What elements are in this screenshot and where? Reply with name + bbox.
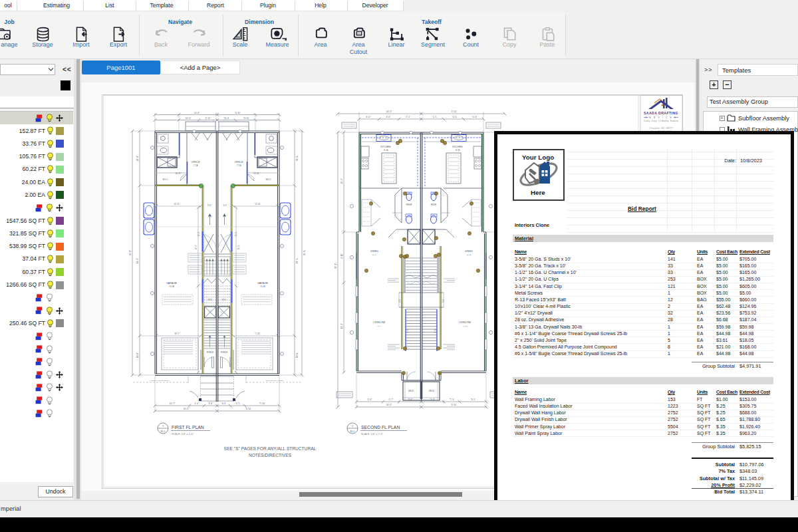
svg-text:5'-11": 5'-11" — [406, 329, 409, 333]
svg-text:#G-1B: #G-1B — [260, 285, 265, 288]
svg-text:#K-1A: #K-1A — [383, 149, 388, 152]
svg-text:5'-7": 5'-7" — [389, 398, 394, 401]
svg-text:#T-1A: #T-1A — [237, 164, 241, 167]
svg-text:6'-0": 6'-0" — [366, 116, 372, 118]
svg-text:DINING: DINING — [370, 250, 378, 253]
svg-text:OFFICE: OFFICE — [234, 161, 243, 164]
svg-text:2'-0": 2'-0" — [195, 402, 200, 405]
svg-text:DECK: DECK — [429, 390, 434, 392]
svg-text:PWDR: PWDR — [431, 203, 437, 206]
svg-text:14'-2": 14'-2" — [136, 257, 139, 263]
svg-text:12'-2": 12'-2" — [198, 231, 200, 237]
svg-text:S E R V I C E S: S E R V I C E S — [645, 116, 677, 119]
svg-text:10'-6": 10'-6" — [186, 117, 192, 120]
svg-text:SAADA DRAFTING: SAADA DRAFTING — [644, 111, 678, 115]
svg-text:SECOND FL PLAN: SECOND FL PLAN — [361, 425, 400, 430]
svg-text:14'-2": 14'-2" — [340, 323, 343, 329]
svg-text:NOTES/DIRECTIVES: NOTES/DIRECTIVES — [249, 453, 292, 458]
svg-text:OFFICE: OFFICE — [191, 161, 200, 164]
svg-text:3'-6": 3'-6" — [207, 204, 211, 207]
svg-text:2'-1": 2'-1" — [406, 116, 412, 118]
svg-text:PORCH: PORCH — [207, 351, 213, 354]
svg-text:10'-11": 10'-11" — [175, 172, 181, 175]
svg-text:W.I.C.: W.I.C. — [163, 178, 169, 181]
svg-text:3'-11": 3'-11" — [205, 117, 211, 120]
svg-text:3'-6": 3'-6" — [398, 299, 401, 303]
svg-text:DECK: DECK — [408, 390, 414, 392]
svg-text:14'-0": 14'-0" — [194, 112, 200, 114]
svg-text:#L-1B: #L-1B — [463, 325, 467, 327]
svg-text:14'-5": 14'-5" — [386, 110, 392, 113]
svg-text:PORCH: PORCH — [221, 351, 227, 354]
svg-text:#K-1B: #K-1B — [455, 149, 460, 152]
svg-text:4'-0": 4'-0" — [386, 116, 392, 118]
svg-text:12'-2": 12'-2" — [195, 245, 198, 250]
svg-text:4'-11": 4'-11" — [340, 253, 343, 259]
svg-text:SEE "S" PAGES FOR ANY/ALL STRU: SEE "S" PAGES FOR ANY/ALL STRUCTURAL — [224, 446, 317, 451]
svg-text:KITCHEN: KITCHEN — [453, 146, 463, 148]
svg-text:36'-8": 36'-8" — [129, 249, 132, 255]
svg-text:18'-7": 18'-7" — [174, 332, 180, 335]
svg-text:3'-0": 3'-0" — [408, 398, 414, 401]
svg-text:FRONT YARD GRADING: FRONT YARD GRADING — [150, 380, 168, 382]
svg-text:#T-1A: #T-1A — [194, 164, 198, 167]
svg-text:B1.0: B1.0 — [350, 430, 355, 433]
svg-text:10'-11": 10'-11" — [174, 203, 180, 205]
svg-text:STO.: STO. — [208, 299, 213, 301]
svg-text:GARAGE: GARAGE — [257, 282, 269, 285]
svg-text:#D-1B: #D-1B — [466, 254, 471, 256]
svg-text:KITCHEN: KITCHEN — [381, 146, 391, 148]
svg-text:Charlotte, NC 28277: Charlotte, NC 28277 — [649, 126, 674, 130]
svg-text:#G-1A: #G-1A — [169, 285, 174, 288]
svg-text:5'-4": 5'-4" — [368, 398, 373, 401]
svg-text:LIVING RM: LIVING RM — [459, 321, 471, 324]
svg-text:25'-6": 25'-6" — [340, 178, 343, 184]
svg-text:3'-6": 3'-6" — [209, 402, 214, 405]
svg-text:W.I.C.: W.I.C. — [266, 178, 272, 181]
svg-text:GARAGE: GARAGE — [166, 282, 178, 285]
svg-text:14'-5": 14'-5" — [386, 404, 392, 406]
svg-text:FIRST FL PLAN: FIRST FL PLAN — [172, 425, 204, 430]
svg-text:SCALE: 1/4" = 1'-0": SCALE: 1/4" = 1'-0" — [361, 433, 384, 436]
svg-text:LIVING RM: LIVING RM — [373, 321, 385, 324]
svg-text:38'-1": 38'-1" — [334, 263, 337, 269]
svg-text:2: 2 — [352, 424, 354, 428]
svg-text:DINING: DINING — [465, 250, 473, 253]
svg-text:14'-0": 14'-0" — [184, 408, 190, 410]
svg-text:1: 1 — [162, 424, 164, 428]
svg-text:PWDR: PWDR — [406, 203, 412, 206]
svg-text:10'-7": 10'-7" — [170, 402, 176, 405]
svg-text:22'-8": 22'-8" — [136, 155, 139, 161]
svg-text:Drafting · Design · 3-D Modeli: Drafting · Design · 3-D Modeling · Rende… — [644, 120, 678, 122]
svg-text:#D-1A: #D-1A — [372, 254, 376, 256]
svg-text:STO.: STO. — [222, 299, 227, 301]
svg-text:11'-0": 11'-0" — [136, 352, 139, 358]
svg-text:B1.0: B1.0 — [161, 430, 166, 433]
svg-text:#L-1A: #L-1A — [377, 325, 382, 327]
svg-text:SCALE: 1/4" = 1'-0": SCALE: 1/4" = 1'-0" — [172, 433, 194, 436]
